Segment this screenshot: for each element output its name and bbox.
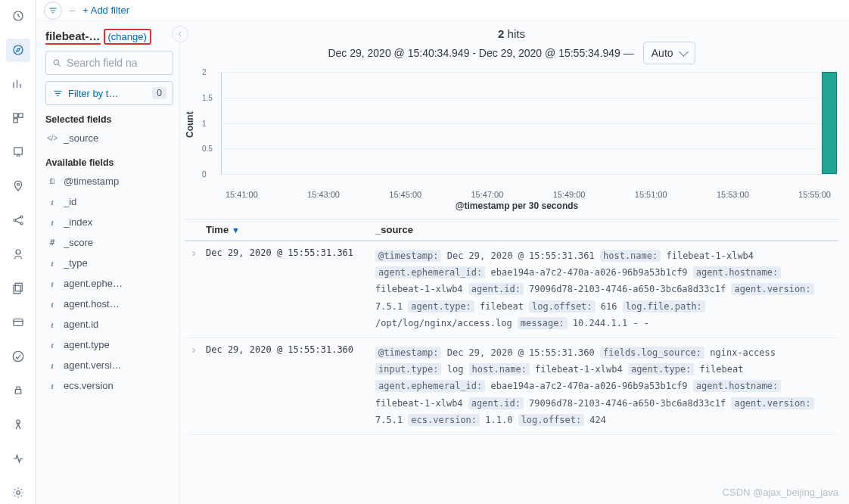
field-item[interactable]: tagent.type	[45, 334, 173, 355]
field-search-text[interactable]	[67, 57, 166, 69]
doc-field-key[interactable]: host.name:	[600, 250, 661, 262]
nav-logs-icon[interactable]	[6, 277, 30, 300]
doc-field-key[interactable]: agent.id:	[468, 283, 524, 295]
available-fields-header: Available fields	[45, 157, 173, 168]
hits-count: 2	[498, 27, 504, 40]
field-name: agent.ephe…	[64, 278, 123, 289]
svg-rect-5	[14, 148, 22, 154]
nav-uptime-icon[interactable]	[6, 344, 30, 368]
nav-dev-tools-icon[interactable]	[6, 412, 30, 436]
doc-field-key[interactable]: @timestamp:	[375, 250, 441, 262]
doc-field-key[interactable]: message:	[518, 317, 568, 329]
nav-apm-icon[interactable]	[6, 310, 30, 334]
doc-field-key[interactable]: agent.hostname:	[693, 266, 781, 278]
selected-fields-header: Selected fields	[45, 114, 173, 125]
field-item[interactable]: 🗓@timestamp	[45, 171, 173, 191]
doc-field-key[interactable]: host.name:	[469, 363, 530, 375]
nav-visualize-icon[interactable]	[6, 73, 30, 96]
doc-field-value: /opt/log/nginx/access.log	[375, 318, 518, 328]
doc-row: Dec 29, 2020 @ 15:55:31.360 @timestamp: …	[185, 338, 838, 435]
doc-field-value: filebeat	[694, 364, 743, 375]
doc-field-key[interactable]: agent.id:	[468, 397, 524, 409]
field-name: agent.versi…	[64, 359, 122, 371]
x-tick: 15:47:00	[471, 190, 503, 199]
doc-field-key[interactable]: input.type:	[375, 363, 441, 375]
doc-field-key[interactable]: @timestamp:	[375, 347, 441, 359]
col-time-header[interactable]: Time ▼	[203, 219, 372, 240]
doc-field-key[interactable]: agent.hostname:	[693, 380, 781, 392]
field-item[interactable]: tagent.id	[45, 314, 173, 334]
doc-field-key[interactable]: agent.version:	[731, 397, 813, 409]
nav-management-icon[interactable]	[6, 481, 30, 504]
doc-field-key[interactable]: agent.type:	[408, 300, 474, 313]
nav-metrics-icon[interactable]	[6, 243, 30, 266]
y-tick: 1.5	[202, 94, 213, 102]
doc-field-key[interactable]: agent.ephemeral_id:	[375, 266, 485, 278]
doc-field-key[interactable]: log.offset:	[518, 414, 584, 426]
svg-rect-13	[14, 319, 23, 325]
field-item[interactable]: tecs.version	[45, 375, 173, 396]
svg-rect-11	[15, 283, 22, 291]
y-tick: 2	[202, 68, 207, 76]
histogram-chart[interactable]: 00.511.52	[201, 69, 838, 190]
field-item[interactable]: tagent.host…	[45, 294, 173, 314]
field-name: _index	[64, 216, 92, 228]
nav-maps-icon[interactable]	[6, 175, 30, 198]
filter-by-type-label: Filter by t…	[68, 88, 118, 99]
doc-field-key[interactable]: agent.type:	[628, 363, 694, 375]
field-search-input[interactable]	[45, 51, 173, 75]
doc-field-key[interactable]: fields.log_source:	[600, 347, 704, 359]
filter-options-icon[interactable]	[44, 2, 62, 20]
doc-field-value: Dec 29, 2020 @ 15:55:31.360	[441, 347, 600, 358]
search-icon	[52, 58, 62, 69]
collapse-sidebar-icon[interactable]	[172, 26, 188, 42]
doc-field-value: Dec 29, 2020 @ 15:55:31.361	[441, 250, 600, 261]
field-item[interactable]: t_index	[45, 212, 173, 232]
filter-count-badge: 0	[152, 87, 166, 99]
field-item[interactable]: t_type	[45, 253, 173, 273]
field-item[interactable]: #_score	[45, 232, 173, 253]
svg-point-8	[20, 216, 23, 218]
doc-field-key[interactable]: log.file.path:	[623, 300, 705, 313]
x-tick: 15:53:00	[717, 190, 749, 199]
field-name: agent.id	[64, 319, 98, 330]
nav-siem-icon[interactable]	[6, 378, 30, 402]
nav-ml-icon[interactable]	[6, 209, 30, 232]
nav-dashboard-icon[interactable]	[6, 107, 30, 130]
doc-field-value: ebae194a-a7c2-470a-a026-96b9a53b1cf9	[485, 267, 693, 278]
field-item[interactable]: tagent.ephe…	[45, 273, 173, 294]
field-item[interactable]: t_id	[45, 191, 173, 212]
field-item[interactable]: tagent.versi…	[45, 355, 173, 375]
index-pattern-name[interactable]: filebeat-…	[45, 30, 101, 45]
nav-canvas-icon[interactable]	[6, 141, 30, 164]
add-filter-link[interactable]: + Add filter	[82, 5, 129, 16]
chart-x-label: @timestamp per 30 seconds	[195, 201, 838, 211]
doc-field-value: log	[441, 364, 468, 375]
doc-field-value: ebae194a-a7c2-470a-a026-96b9a53b1cf9	[485, 381, 693, 391]
col-source-header[interactable]: _source	[372, 219, 838, 240]
doc-field-key[interactable]: ecs.version:	[408, 414, 480, 426]
doc-row: Dec 29, 2020 @ 15:55:31.361 @timestamp: …	[185, 241, 838, 338]
interval-select[interactable]: Auto	[643, 42, 695, 64]
doc-field-key[interactable]: agent.ephemeral_id:	[375, 380, 485, 392]
field-name: agent.type	[64, 339, 110, 350]
doc-field-key[interactable]: log.offset:	[529, 300, 595, 313]
chart-y-label: Count	[185, 69, 195, 211]
change-index-link[interactable]: (change)	[108, 31, 147, 42]
doc-field-key[interactable]: agent.version:	[731, 283, 813, 295]
filter-by-type-button[interactable]: Filter by t… 0	[45, 81, 173, 105]
svg-point-6	[17, 183, 19, 185]
expand-row-icon[interactable]	[185, 344, 203, 428]
svg-rect-3	[18, 114, 22, 117]
nav-discover-icon[interactable]	[6, 39, 30, 62]
nav-rail	[0, 0, 36, 504]
expand-row-icon[interactable]	[185, 247, 203, 331]
filter-icon	[52, 88, 64, 99]
nav-recent-icon[interactable]	[6, 5, 30, 28]
sort-desc-icon: ▼	[232, 226, 240, 235]
doc-time: Dec 29, 2020 @ 15:55:31.360	[203, 344, 372, 428]
chart-bar[interactable]	[822, 72, 837, 174]
doc-field-value: filebeat-1-xlwb4	[375, 398, 468, 409]
field-item[interactable]: </>_source	[45, 128, 173, 148]
nav-monitoring-icon[interactable]	[6, 446, 30, 470]
